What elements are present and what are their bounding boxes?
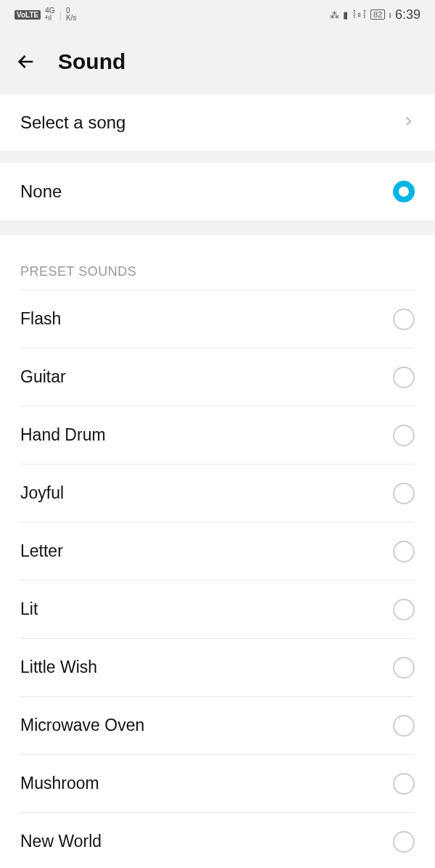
preset-item[interactable]: Joyful — [20, 464, 415, 522]
radio-unselected-icon — [393, 599, 415, 621]
preset-sounds-header: PRESET SOUNDS — [0, 264, 435, 290]
preset-item-label: Guitar — [20, 367, 66, 387]
preset-item-label: Lit — [20, 599, 38, 619]
page-title: Sound — [58, 49, 125, 74]
preset-item[interactable]: Hand Drum — [20, 406, 415, 464]
bluetooth-icon: ⁂ — [330, 9, 339, 20]
back-button[interactable] — [12, 47, 41, 76]
radio-selected-icon — [393, 181, 415, 202]
preset-item-label: Letter — [20, 541, 63, 561]
preset-item[interactable]: Guitar — [20, 348, 415, 406]
vibrate-icon: ⸾▯⸾ — [352, 9, 367, 20]
status-right: ⁂ ▮ ⸾▯⸾ 82 ı 6:39 — [330, 7, 420, 22]
back-arrow-icon — [14, 50, 38, 73]
radio-unselected-icon — [393, 483, 415, 504]
preset-item-label: Hand Drum — [20, 425, 106, 445]
radio-unselected-icon — [393, 773, 415, 795]
status-bar: VoLTE 4G⁴ıl | 0 K/s ⁂ ▮ ⸾▯⸾ 82 ı 6:39 — [0, 0, 435, 29]
select-song-row[interactable]: Select a song — [0, 94, 435, 151]
none-option-row[interactable]: None — [0, 163, 435, 221]
radio-unselected-icon — [393, 715, 415, 737]
preset-item[interactable]: Lit — [20, 580, 415, 638]
select-song-label: Select a song — [20, 112, 125, 133]
signal-indicator: 4G⁴ıl — [45, 7, 54, 22]
battery-level: 82 — [370, 9, 385, 20]
radio-unselected-icon — [393, 425, 415, 446]
preset-sounds-section: PRESET SOUNDS FlashGuitarHand DrumJoyful… — [0, 235, 435, 868]
preset-item[interactable]: Mushroom — [20, 754, 415, 812]
radio-unselected-icon — [393, 541, 415, 562]
radio-unselected-icon — [393, 831, 415, 853]
preset-item-label: New World — [20, 832, 102, 851]
preset-item-label: Microwave Oven — [20, 716, 144, 735]
preset-item[interactable]: Letter — [20, 522, 415, 580]
status-left: VoLTE 4G⁴ıl | 0 K/s — [14, 7, 76, 22]
app-header: Sound — [0, 29, 435, 94]
preset-item[interactable]: New World — [20, 812, 415, 868]
preset-item-label: Little Wish — [20, 658, 97, 677]
preset-item[interactable]: Flash — [20, 290, 415, 348]
volte-indicator: VoLTE — [14, 10, 41, 20]
chevron-right-icon — [402, 115, 415, 131]
network-speed: 0 K/s — [66, 7, 76, 22]
preset-sounds-list: FlashGuitarHand DrumJoyfulLetterLitLittl… — [0, 290, 435, 868]
battery-tip: ı — [389, 9, 392, 20]
preset-item[interactable]: Little Wish — [20, 638, 415, 696]
radio-unselected-icon — [393, 367, 415, 388]
preset-item[interactable]: Microwave Oven — [20, 696, 415, 754]
radio-unselected-icon — [393, 308, 415, 330]
clock: 6:39 — [395, 7, 420, 22]
preset-item-label: Flash — [20, 309, 61, 329]
radio-unselected-icon — [393, 657, 415, 679]
none-option-label: None — [20, 181, 62, 202]
battery-full-icon: ▮ — [343, 9, 348, 20]
preset-item-label: Joyful — [20, 483, 64, 503]
preset-item-label: Mushroom — [20, 774, 99, 793]
